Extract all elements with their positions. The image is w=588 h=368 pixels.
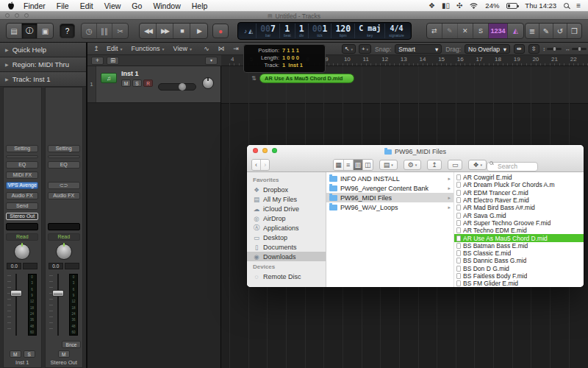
file-row[interactable]: AR Mad Bird Bass A#.mid bbox=[454, 204, 584, 211]
tracks-menu[interactable]: Functions ▾ bbox=[132, 45, 165, 52]
file-row[interactable]: BS Batman Bass E.mid bbox=[454, 242, 584, 250]
view-segment[interactable]: ◫ bbox=[363, 160, 373, 170]
strip-slot[interactable]: VPS Avenge bbox=[6, 182, 38, 189]
midi-region[interactable]: AR Use As Mau5 Chord D.mid bbox=[259, 74, 354, 83]
folder-row[interactable]: PW96_MIDI Files ▸ bbox=[326, 193, 453, 202]
toolbar-button[interactable]: ✎ bbox=[442, 24, 458, 38]
zoom-button[interactable] bbox=[24, 13, 29, 18]
file-row[interactable]: AR Electro Raver E.mid bbox=[454, 197, 584, 204]
strip-slot[interactable] bbox=[6, 223, 38, 230]
sidebar-item[interactable]: ◉ Downloads bbox=[247, 252, 326, 261]
strip-slot[interactable] bbox=[6, 155, 38, 158]
view-segment[interactable]: ▥ bbox=[354, 160, 363, 170]
view-segment[interactable]: ▦ bbox=[334, 160, 343, 170]
arrange-button[interactable]: ▤ ▾ bbox=[379, 160, 398, 170]
spotlight-icon[interactable] bbox=[564, 3, 569, 8]
pan-knob[interactable] bbox=[14, 244, 30, 260]
region-handle-icon[interactable]: ⇅ bbox=[251, 75, 257, 82]
catch-icon[interactable]: ⇥ bbox=[230, 45, 242, 52]
horizontal-zoom-slider[interactable]: ↔ bbox=[565, 46, 587, 52]
flex-icon[interactable]: ⋈ bbox=[215, 45, 227, 52]
toolbar-button[interactable]: ◷ bbox=[82, 24, 97, 38]
toolbar-button[interactable]: ◭ bbox=[508, 24, 523, 38]
strip-slot[interactable]: Setting bbox=[48, 145, 80, 152]
sidebar-item[interactable]: Ⓐ Applications bbox=[247, 223, 326, 233]
menu-bar-clock[interactable]: Thu 14:23 bbox=[525, 1, 556, 10]
file-row[interactable]: BS Don D G.mid bbox=[454, 265, 584, 272]
folder-row[interactable]: INFO AND INSTALL ▸ bbox=[326, 174, 453, 183]
strip-slot[interactable] bbox=[48, 223, 80, 230]
track-name[interactable]: Inst 1 bbox=[121, 70, 153, 77]
toolbar-button[interactable]: ▣ bbox=[37, 24, 53, 38]
sidebar-item[interactable]: ◎ AirDrop bbox=[247, 213, 326, 223]
file-row[interactable]: AR Sava G.mid bbox=[454, 211, 584, 219]
strip-slot[interactable]: EQ bbox=[48, 161, 80, 169]
strip-slot[interactable]: Read bbox=[6, 233, 38, 241]
minimize-button[interactable] bbox=[15, 13, 19, 18]
slider-thumb[interactable] bbox=[179, 83, 186, 91]
menu-bar-item[interactable]: Go bbox=[132, 1, 142, 10]
hide-arrow-icon[interactable]: ↥ bbox=[92, 45, 101, 52]
menu-bar-item[interactable]: Edit bbox=[80, 1, 93, 10]
strip-slot[interactable]: Read bbox=[48, 233, 80, 241]
toolbar-button[interactable]: ↺ bbox=[553, 24, 567, 38]
strip-slot[interactable]: MIDI FX bbox=[6, 171, 38, 179]
toolbar-button[interactable]: ≣ bbox=[526, 24, 539, 38]
tag-button[interactable]: ▭ bbox=[448, 160, 463, 170]
search-input[interactable] bbox=[487, 162, 538, 171]
toolbar-button[interactable]: ✎ bbox=[539, 24, 553, 38]
bounce-button[interactable]: Bnce bbox=[62, 341, 81, 348]
view-segment[interactable]: ≡ bbox=[344, 160, 354, 170]
sidebar-item[interactable]: ▤ All My Files bbox=[247, 194, 326, 204]
inspector-header[interactable]: ▶ Region: MIDI Thru bbox=[0, 57, 86, 72]
strip-slot[interactable]: ⊂⊃ bbox=[48, 182, 80, 189]
automation-icon[interactable]: ∿ bbox=[201, 45, 212, 52]
file-row[interactable]: BS Classic E.mid bbox=[454, 250, 584, 257]
fan-status-icon[interactable]: ✣ bbox=[456, 1, 462, 10]
slider-thumb[interactable] bbox=[578, 46, 581, 52]
tool-menu[interactable]: ↖ ▾ bbox=[342, 44, 356, 54]
quick-help-button[interactable]: ? bbox=[60, 24, 75, 38]
snap-popup[interactable]: Smart ▾ bbox=[395, 44, 442, 54]
logic-titlebar[interactable]: ▤ Untitled - Tracks bbox=[0, 12, 588, 20]
transport-button[interactable]: ■ bbox=[173, 24, 190, 38]
tracks-menu[interactable]: Edit ▾ bbox=[107, 45, 123, 52]
record-button[interactable]: ● bbox=[212, 24, 229, 38]
menu-bar-item[interactable]: File bbox=[57, 1, 69, 10]
transport-button[interactable]: ◀◀ bbox=[140, 24, 157, 38]
file-row[interactable]: AR Dream Pluck For Chords A.m bbox=[454, 181, 584, 188]
strip-slot[interactable]: EQ bbox=[6, 161, 38, 169]
track-button[interactable]: S bbox=[132, 79, 142, 87]
volume-value[interactable]: 0.0 bbox=[7, 263, 21, 269]
duplicate-track-button[interactable]: ⊞ bbox=[107, 57, 119, 65]
strip-slot[interactable]: Audio FX bbox=[48, 192, 80, 199]
menu-bar-item[interactable]: Finder bbox=[24, 1, 46, 10]
inspector-header[interactable]: ▶ Track: Inst 1 bbox=[0, 72, 86, 87]
strip-button[interactable]: S bbox=[24, 350, 35, 358]
strip-slot[interactable]: Send bbox=[6, 202, 38, 210]
folder-row[interactable]: PW96_WAV_Loops ▸ bbox=[326, 202, 453, 212]
sidebar-item[interactable]: ◌ Remote Disc bbox=[247, 272, 326, 281]
toolbar-button[interactable]: ▤ bbox=[7, 24, 22, 38]
menu-bar-item[interactable]: Help bbox=[192, 1, 208, 10]
toolbar-button[interactable]: ✕ bbox=[458, 24, 473, 38]
back-button[interactable]: ‹ bbox=[252, 160, 261, 170]
apple-icon[interactable] bbox=[7, 1, 15, 10]
pan-knob[interactable] bbox=[56, 244, 72, 260]
toolbar-button[interactable]: ∥∥ bbox=[97, 24, 112, 38]
strip-slot[interactable]: Setting bbox=[6, 145, 38, 152]
file-row[interactable]: AR Super Techno Groove F.mid bbox=[454, 219, 584, 227]
finder-header[interactable]: PW96_MIDI Files ‹ › ▦≡▥◫ ▤ ▾ ⚙ ▾ ↥ ▭ ❖ ▾ bbox=[247, 145, 584, 172]
strip-slot[interactable]: Stereo Out bbox=[6, 213, 38, 220]
zoom-button[interactable] bbox=[272, 148, 277, 153]
file-row[interactable]: AR Cowgirl E.mid bbox=[454, 174, 584, 181]
share-button[interactable]: ↥ bbox=[427, 160, 442, 170]
forward-button[interactable]: › bbox=[261, 160, 270, 170]
file-row[interactable]: BS Dannic Bass G.mid bbox=[454, 257, 584, 264]
track-button[interactable]: M bbox=[121, 79, 131, 87]
volume-value[interactable]: 0.0 bbox=[49, 263, 63, 269]
strip-slot[interactable]: Audio FX bbox=[6, 192, 38, 199]
action-button[interactable]: ⚙ ▾ bbox=[404, 160, 422, 170]
vertical-zoom-button[interactable]: ⇳ bbox=[528, 44, 539, 54]
file-row[interactable]: AR Use As Mau5 Chord D.mid bbox=[454, 234, 584, 241]
